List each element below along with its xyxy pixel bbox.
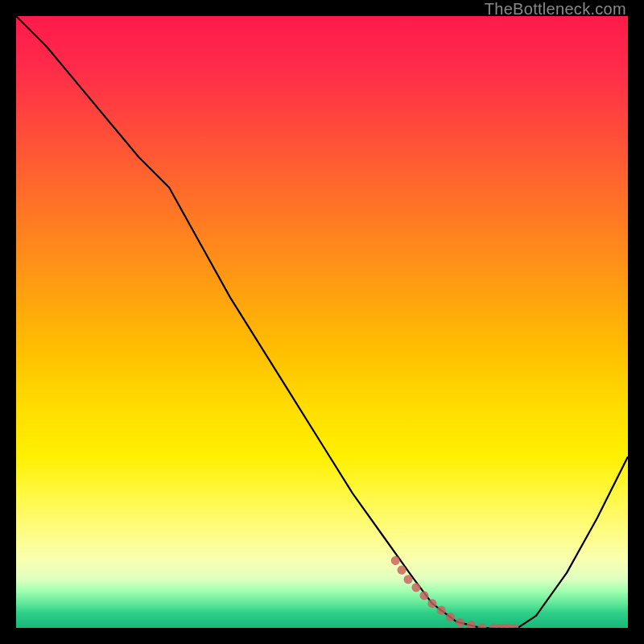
- svg-point-2: [510, 624, 518, 628]
- curve-layer: [16, 16, 628, 628]
- plot-area: [16, 16, 628, 628]
- bottleneck-curve: [16, 16, 628, 628]
- watermark-text: TheBottleneck.com: [485, 0, 626, 19]
- marker-band: [395, 560, 518, 628]
